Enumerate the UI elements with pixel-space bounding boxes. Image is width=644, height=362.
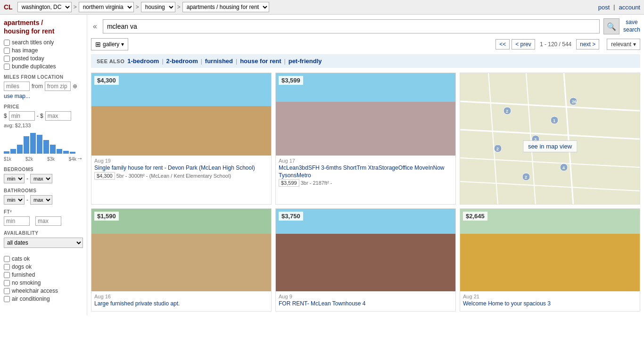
listing-date: Aug 17 (279, 158, 453, 164)
bedrooms-min-select[interactable]: min12345 (4, 174, 25, 183)
histogram-bar (4, 151, 9, 154)
availability-select[interactable]: all dates today this week this month (4, 238, 83, 248)
search-titles-checkbox[interactable] (4, 40, 10, 46)
controls-row: ⊞ gallery ▾ << < prev 1 - 120 / 544 next… (91, 38, 640, 50)
svg-rect-0 (460, 73, 640, 205)
location-crosshair-icon[interactable]: ⊕ (73, 83, 77, 90)
min-price-input[interactable] (9, 111, 35, 121)
see-also-1bedroom[interactable]: 1-bedroom (127, 58, 159, 65)
air-conditioning-label[interactable]: air conditioning (4, 296, 83, 302)
bedrooms-section: BEDROOMS min12345 - max12345 (4, 167, 83, 183)
bundle-duplicates-checkbox[interactable] (4, 64, 10, 70)
search-titles-label[interactable]: search titles only (4, 39, 83, 46)
next-page-button[interactable]: next > (576, 39, 599, 49)
account-link[interactable]: account (619, 4, 640, 11)
bedrooms-max-select[interactable]: max12345 (30, 174, 52, 183)
location-select[interactable]: washington, DC (17, 2, 72, 12)
listing-image: $3,750 (276, 209, 455, 291)
cats-ok-checkbox[interactable] (4, 256, 10, 262)
page-info: 1 - 120 / 544 (537, 41, 574, 48)
air-conditioning-checkbox[interactable] (4, 296, 10, 302)
miles-section-label: MILES FROM LOCATION (4, 74, 83, 80)
has-image-checkbox[interactable] (4, 48, 10, 54)
bathrooms-row: min1234 - max1234 (4, 195, 83, 205)
see-also-house-for-rent[interactable]: house for rent (240, 58, 281, 65)
posted-today-label[interactable]: posted today (4, 55, 83, 62)
listing-date: Aug 9 (279, 294, 453, 299)
no-smoking-label[interactable]: no smoking (4, 280, 83, 286)
miles-input[interactable] (4, 82, 30, 91)
sqft-min-input[interactable] (4, 216, 30, 226)
collapse-sidebar-button[interactable]: « (91, 22, 99, 31)
listing-info: Aug 9 FOR RENT- McLean Townhouse 4 (276, 291, 455, 311)
top-navigation: CL washington, DC > northern virginia > … (0, 0, 644, 15)
sidebar-title: apartments / housing for rent (4, 18, 83, 35)
price-row: $ - $ (4, 111, 83, 121)
see-also-bar: SEE ALSO 1-bedroom | 2-bedroom | furnish… (91, 54, 640, 68)
listing-price-badge: $4,300 (94, 76, 119, 85)
max-price-input[interactable] (45, 111, 71, 121)
listing-card[interactable]: $3,750 Aug 9 FOR RENT- McLean Townhouse … (275, 208, 456, 312)
price-histogram (4, 130, 83, 154)
prev-page-button[interactable]: < prev (512, 39, 535, 49)
main-layout: apartments / housing for rent search tit… (0, 15, 644, 315)
dogs-ok-checkbox[interactable] (4, 264, 10, 270)
zip-input[interactable] (45, 82, 71, 91)
see-also-pet-friendly[interactable]: pet-friendly (289, 58, 322, 65)
listing-price-badge: $3,599 (279, 76, 303, 85)
bedrooms-label: BEDROOMS (4, 167, 83, 172)
bundle-duplicates-label[interactable]: bundle duplicates (4, 63, 83, 70)
bathrooms-max-select[interactable]: max1234 (30, 195, 52, 205)
see-also-furnished[interactable]: furnished (205, 58, 233, 65)
listing-info: Aug 16 Large furnished private studio ap… (91, 291, 271, 311)
region-select[interactable]: northern virginia (79, 2, 134, 12)
post-link[interactable]: post (598, 4, 610, 11)
save-search-button[interactable]: save search (623, 19, 640, 33)
listing-title[interactable]: McLean3bdSFH 3-6mths ShortTrm XtraStorag… (279, 165, 453, 179)
first-page-button[interactable]: << (495, 39, 510, 49)
wheelchair-access-label[interactable]: wheelchair access (4, 288, 83, 294)
furnished-label[interactable]: furnished (4, 272, 83, 278)
use-map-link[interactable]: use map... (4, 93, 30, 99)
listing-title[interactable]: FOR RENT- McLean Townhouse 4 (279, 300, 453, 308)
listing-card[interactable]: $2,645 Aug 21 Welcome Home to your spaci… (460, 208, 640, 312)
has-image-label[interactable]: has image (4, 47, 83, 54)
posted-today-checkbox[interactable] (4, 56, 10, 62)
histogram-bar (70, 152, 75, 154)
listing-meta: $4,300 5br - 3000ft² - (McLean / Kent El… (94, 173, 268, 179)
sqft-max-input[interactable] (35, 216, 61, 226)
listing-title[interactable]: Welcome Home to your spacious 3 (463, 300, 637, 308)
search-icon: 🔍 (607, 22, 616, 31)
gallery-button[interactable]: ⊞ gallery ▾ (91, 38, 128, 50)
category-select[interactable]: housing (141, 2, 175, 12)
listing-title[interactable]: Single family house for rent - Devon Par… (94, 165, 268, 172)
availability-label: AVAILABILITY (4, 230, 83, 236)
furnished-checkbox[interactable] (4, 272, 10, 278)
gallery-dropdown-icon: ▾ (121, 41, 124, 48)
sep1: > (74, 4, 77, 10)
listing-card[interactable]: $4,300 Aug 19 Single family house for re… (91, 73, 272, 205)
listing-price-badge: $1,590 (94, 212, 119, 221)
cats-ok-label[interactable]: cats ok (4, 255, 83, 262)
bathrooms-section: BATHROOMS min1234 - max1234 (4, 188, 83, 205)
wheelchair-access-checkbox[interactable] (4, 288, 10, 294)
subcategory-select[interactable]: apartments / housing for rent (182, 2, 269, 12)
hist-arrow-icon: → (76, 155, 83, 162)
search-bar-row: « 🔍 save search (91, 18, 640, 34)
histogram-bar (63, 151, 69, 154)
listing-card[interactable]: $3,599 Aug 17 McLean3bdSFH 3-6mths Short… (275, 73, 456, 205)
search-input[interactable] (103, 19, 600, 33)
histogram-bar (24, 136, 29, 154)
map-card[interactable]: 2 3 4 2 2 1 26 see in map vie (460, 73, 640, 205)
map-see-link[interactable]: see in map view (523, 140, 577, 152)
no-smoking-checkbox[interactable] (4, 280, 10, 286)
see-also-2bedroom[interactable]: 2-bedroom (166, 58, 198, 65)
bathrooms-min-select[interactable]: min1234 (4, 195, 25, 205)
listing-card[interactable]: $1,590 Aug 16 Large furnished private st… (91, 208, 272, 312)
search-button[interactable]: 🔍 (603, 18, 619, 34)
listing-grid: $4,300 Aug 19 Single family house for re… (91, 73, 640, 312)
dogs-ok-label[interactable]: dogs ok (4, 263, 83, 270)
sort-dropdown[interactable]: relevant ▾ (607, 39, 640, 50)
listing-title[interactable]: Large furnished private studio apt. (94, 300, 268, 308)
svg-text:2: 2 (525, 175, 527, 180)
